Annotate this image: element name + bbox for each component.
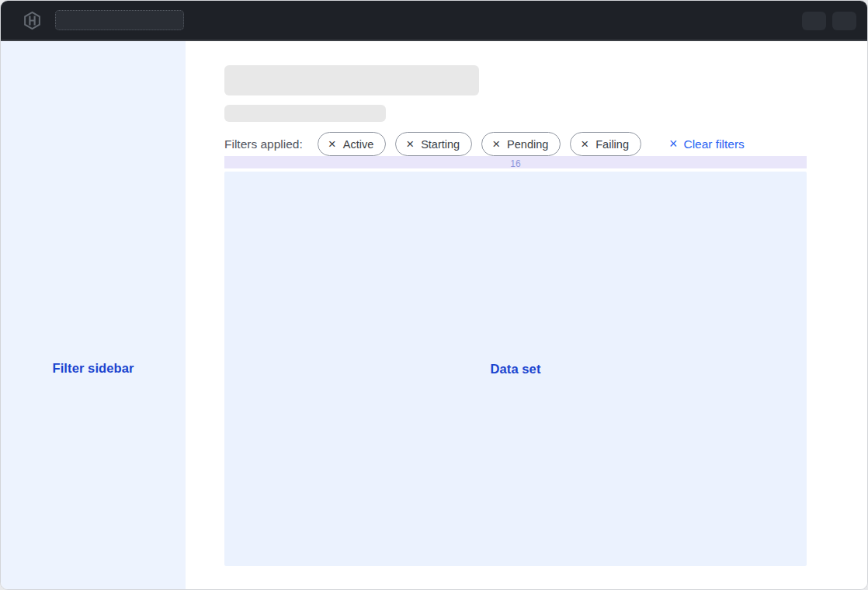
dismiss-icon[interactable]: × <box>328 137 336 151</box>
page-subtitle-skeleton <box>224 105 386 122</box>
search-input-placeholder[interactable] <box>55 10 184 30</box>
clear-filters-label: Clear filters <box>683 137 744 151</box>
filter-chip-active[interactable]: × Active <box>318 132 386 156</box>
data-set-area: Data set <box>224 172 807 566</box>
page-title-skeleton <box>224 65 479 95</box>
filter-chip-label: Starting <box>421 138 460 151</box>
dismiss-icon: × <box>669 137 678 151</box>
hashicorp-logo-icon[interactable] <box>23 11 42 30</box>
clear-filters-button[interactable]: × Clear filters <box>669 137 745 151</box>
filters-applied-label: Filters applied: <box>224 137 303 151</box>
filter-chip-label: Pending <box>507 138 548 151</box>
filter-chip-starting[interactable]: × Starting <box>395 132 472 156</box>
result-count: 16 <box>510 158 520 169</box>
filter-sidebar-label: Filter sidebar <box>1 361 186 376</box>
dismiss-icon[interactable]: × <box>581 137 589 151</box>
filter-chip-pending[interactable]: × Pending <box>481 132 561 156</box>
filter-chip-failing[interactable]: × Failing <box>570 132 641 156</box>
dismiss-icon[interactable]: × <box>492 137 500 151</box>
top-nav-bar <box>1 1 867 41</box>
app-window: Filter sidebar Filters applied: × Active… <box>0 0 868 590</box>
filter-sidebar: Filter sidebar <box>1 41 186 589</box>
data-set-label: Data set <box>491 362 541 377</box>
topbar-button-placeholder[interactable] <box>802 12 826 30</box>
result-count-band: 16 <box>224 156 807 168</box>
filter-chip-label: Active <box>343 138 374 151</box>
main-content: Filters applied: × Active × Starting × P… <box>186 41 867 589</box>
dismiss-icon[interactable]: × <box>406 137 414 151</box>
topbar-button-placeholder[interactable] <box>832 12 856 30</box>
filter-chip-label: Failing <box>595 138 629 151</box>
applied-filters-row: Filters applied: × Active × Starting × P… <box>224 132 745 156</box>
